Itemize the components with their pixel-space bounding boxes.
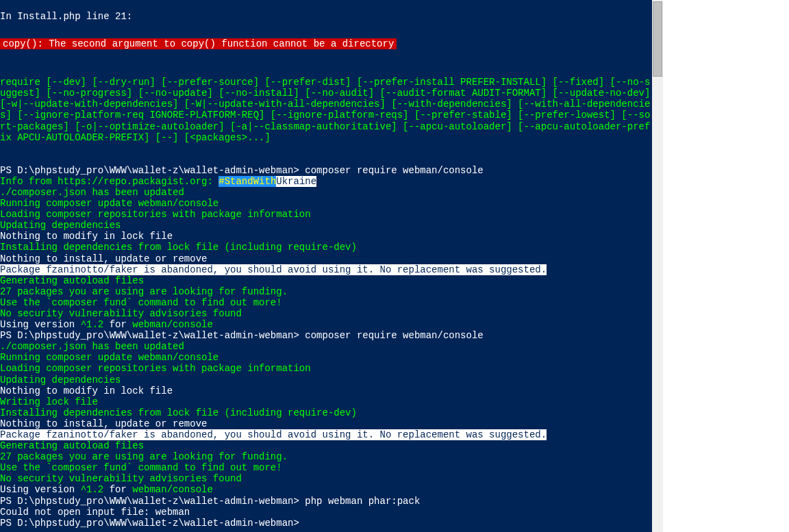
nothing-modify-2: Nothing to modify in lock file [0,385,652,396]
installing-deps: Installing dependencies from lock file (… [0,242,652,253]
prompt-line-3: PS D:\phpstudy_pro\WWW\wallet-z\wallet-a… [0,496,652,507]
info-prefix: Info from https://repo.packagist.org: [0,176,218,187]
nothing-install-2: Nothing to install, update or remove [0,418,652,429]
blank-line [0,66,652,77]
funding-count-2: 27 packages you are using are looking fo… [0,451,652,462]
running-update: Running composer update webman/console [0,198,652,209]
version-line: Using version ^1.2 for webman/console [0,319,652,330]
generating-autoload: Generating autoload files [0,275,652,286]
fund-command: Use the `composer fund` command to find … [0,297,652,308]
error-message: copy(): The second argument to copy() fu… [0,38,397,49]
blank-line [0,55,652,66]
abandoned-text: Package fzaninotto/faker is abandoned, y… [0,264,547,275]
terminal-content: In Install.php line 21: copy(): The seco… [0,0,652,529]
blank-line [0,0,652,11]
vertical-scrollbar[interactable] [652,0,663,532]
loading-repos-2: Loading composer repositories with packa… [0,363,652,374]
security-ok: No security vulnerability advisories fou… [0,308,652,319]
blank-line [0,22,652,33]
prompt-line-4[interactable]: PS D:\phpstudy_pro\WWW\wallet-z\wallet-a… [0,518,652,529]
error-message-box: copy(): The second argument to copy() fu… [0,33,652,55]
prompt-line-2: PS D:\phpstudy_pro\WWW\wallet-z\wallet-a… [0,330,652,341]
version-mid-2: for [103,484,132,495]
installing-deps-2: Installing dependencies from lock file (… [0,407,652,418]
version-pre-2: Using version [0,484,81,495]
open-file-error: Could not open input file: webman [0,507,652,518]
funding-count: 27 packages you are using are looking fo… [0,286,652,297]
nothing-install: Nothing to install, update or remove [0,253,652,264]
scrollbar-thumb[interactable] [653,1,662,77]
version-num: ^1.2 [81,319,104,330]
generating-autoload-2: Generating autoload files [0,440,652,451]
version-mid: for [103,319,132,330]
version-pkg: webman/console [132,319,213,330]
abandoned-warning-2: Package fzaninotto/faker is abandoned, y… [0,429,652,440]
abandoned-text-2: Package fzaninotto/faker is abandoned, y… [0,429,547,440]
abandoned-warning: Package fzaninotto/faker is abandoned, y… [0,264,652,275]
updating-deps: Updating dependencies [0,220,652,231]
usage-text: require [--dev] [--dry-run] [--prefer-so… [0,77,652,143]
loading-repos: Loading composer repositories with packa… [0,209,652,220]
standwith-tag: #StandWith [218,176,276,187]
running-update-2: Running composer update webman/console [0,352,652,363]
json-updated-2: ./composer.json has been updated [0,341,652,352]
ukraine-tag: Ukraine [276,176,316,187]
blank-line [0,154,652,165]
powershell-terminal[interactable]: In Install.php line 21: copy(): The seco… [0,0,663,532]
writing-lock: Writing lock file [0,396,652,407]
updating-deps-2: Updating dependencies [0,375,652,385]
blank-line [0,143,652,154]
version-line-2: Using version ^1.2 for webman/console [0,484,652,495]
packagist-info: Info from https://repo.packagist.org: #S… [0,176,652,187]
fund-command-2: Use the `composer fund` command to find … [0,462,652,473]
nothing-modify: Nothing to modify in lock file [0,231,652,242]
error-location: In Install.php line 21: [0,11,652,22]
prompt-line-1: PS D:\phpstudy_pro\WWW\wallet-z\wallet-a… [0,165,652,176]
json-updated: ./composer.json has been updated [0,187,652,198]
version-pre: Using version [0,319,81,330]
security-ok-2: No security vulnerability advisories fou… [0,473,652,484]
version-num-2: ^1.2 [81,484,104,495]
version-pkg-2: webman/console [132,484,213,495]
